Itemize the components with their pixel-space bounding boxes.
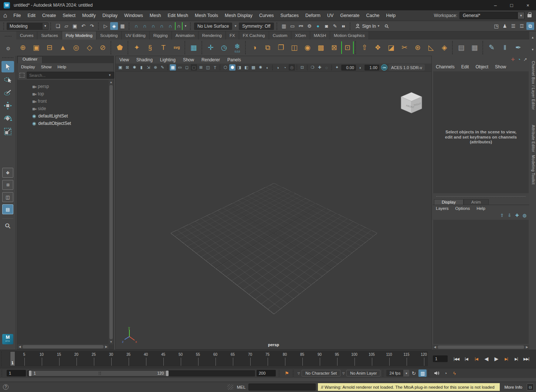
toolbox-grip[interactable]	[2, 57, 13, 58]
scroll-left-arrow[interactable]: ◀	[17, 345, 22, 348]
poly-cylinder-icon[interactable]: ⊟	[43, 40, 56, 55]
triangulate-icon[interactable]: ◺	[425, 40, 437, 55]
open-scene-icon[interactable]: ▱	[62, 22, 70, 30]
menu-item[interactable]: Create	[39, 10, 60, 21]
maya-badge[interactable]: M AYA	[2, 334, 13, 344]
command-line-input[interactable]	[248, 384, 316, 391]
zoom-tool-icon[interactable]: ⚲	[3, 221, 13, 231]
safe-action-icon[interactable]: ◫	[205, 64, 211, 71]
shelf-tab[interactable]: Poly Modeling	[62, 31, 96, 40]
shelf-tab[interactable]: XGen	[291, 31, 310, 40]
layer-editor-menu-item[interactable]: Layers	[432, 206, 452, 211]
crease-tool-icon[interactable]: ✎	[485, 40, 498, 55]
poly-cone-icon[interactable]: ▲	[57, 40, 69, 55]
channel-manip-icon[interactable]: ✛	[511, 57, 515, 62]
shelf-tab[interactable]: Surfaces	[37, 31, 62, 40]
select-hierarchy-icon[interactable]: ▷	[102, 22, 109, 30]
outliner-menu-item[interactable]: Help	[55, 65, 69, 69]
time-editor-icon[interactable]: ◷	[218, 40, 230, 55]
maximize-button[interactable]: □	[503, 0, 520, 10]
ao-icon[interactable]: ◑	[275, 64, 281, 71]
outliner-item[interactable]: front	[17, 98, 113, 105]
wire-on-shaded-icon[interactable]: ◧	[243, 64, 250, 71]
save-scene-icon[interactable]: ▣	[71, 22, 79, 30]
light-editor-icon[interactable]: ✎	[331, 22, 339, 30]
slider-tool-icon[interactable]: ‖	[499, 40, 511, 55]
textured-icon[interactable]: ◨	[236, 64, 242, 71]
poly-disc-icon[interactable]: ⊘	[96, 40, 109, 55]
xray-joints-icon[interactable]: ✚	[316, 64, 323, 71]
snap-curve-icon[interactable]: ∩	[141, 22, 149, 30]
poly-type-icon[interactable]: T	[157, 40, 170, 55]
multi-cut-icon[interactable]: ✂	[398, 40, 411, 55]
safe-title-icon[interactable]: T	[212, 64, 218, 71]
outliner-filter-icon[interactable]	[20, 73, 24, 78]
range-slider-bar[interactable]: 1 120	[29, 371, 169, 376]
step-back-frame-button[interactable]: |◀	[461, 354, 471, 363]
menu-item[interactable]: Deform	[302, 10, 324, 21]
range-end-handle[interactable]	[166, 371, 169, 376]
snap-view-plane-icon[interactable]: ∩	[166, 22, 174, 30]
close-button[interactable]: ×	[520, 0, 536, 10]
select-tool[interactable]	[1, 61, 14, 72]
menu-item[interactable]: Mesh	[146, 10, 164, 21]
humanik-toggle-icon[interactable]: ♟	[501, 22, 509, 30]
minimize-button[interactable]: –	[487, 0, 503, 10]
color-management-toggle[interactable]: ON	[381, 64, 387, 71]
isolate-select-icon[interactable]: ⊡	[299, 64, 305, 71]
scroll-right-arrow[interactable]: ▶	[104, 345, 109, 348]
shelf-scroll-down-icon[interactable]: ▼	[531, 48, 534, 51]
field-chart-icon[interactable]: ⊞	[198, 64, 204, 71]
workspace-select[interactable]: General*	[459, 12, 518, 19]
paint-select-tool[interactable]	[1, 87, 14, 98]
pan-zoom-icon[interactable]: ⊕	[152, 64, 159, 71]
channel-box-menu-item[interactable]: Edit	[458, 64, 472, 69]
menu-item[interactable]: Display	[99, 10, 121, 21]
layer-move-down-icon[interactable]: ⇩	[508, 213, 511, 218]
channel-box-menu-item[interactable]: Channels	[432, 64, 458, 69]
shelf-tab[interactable]: FX Caching	[239, 31, 269, 40]
poly-plane-icon[interactable]: ◇	[83, 40, 96, 55]
mirror-icon[interactable]: ◫	[288, 40, 301, 55]
poly-torus-icon[interactable]: ◎	[70, 40, 82, 55]
snap-projected-center-icon[interactable]: ∩	[158, 22, 166, 30]
layer-move-up-icon[interactable]: ⇧	[500, 213, 504, 218]
checker-material-icon[interactable]: ▩	[250, 64, 257, 71]
viewport-menu-item[interactable]: Show	[179, 57, 198, 62]
help-icon[interactable]: ?	[3, 384, 9, 390]
shelf-tab[interactable]: Rendering	[199, 31, 226, 40]
poly-sphere-icon[interactable]: ⊕	[17, 40, 29, 55]
circularize-icon[interactable]: ⊛	[411, 40, 424, 55]
viewport-menu-item[interactable]: Panels	[224, 57, 245, 62]
lock-icon[interactable]	[527, 14, 532, 17]
quadrangulate-icon[interactable]: ◈	[438, 40, 451, 55]
rotate-tool[interactable]	[1, 113, 14, 124]
tool-settings-toggle-icon[interactable]: ☲	[518, 22, 526, 30]
layer-editor-menu-item[interactable]: Options	[452, 206, 474, 211]
grid-icon[interactable]: ▦	[170, 64, 176, 71]
shelf-grip[interactable]	[5, 36, 11, 37]
platonic-solid-icon[interactable]: ⬟	[113, 40, 126, 55]
menu-item[interactable]: Generate	[337, 10, 363, 21]
outliner-item[interactable]: defaultLightSet	[17, 112, 113, 120]
channel-box-toggle-icon[interactable]: ⧉	[526, 22, 534, 30]
menu-item[interactable]: UV	[324, 10, 337, 21]
gate-mask-icon[interactable]: ▢	[191, 64, 197, 71]
shelf-scroll-up-icon[interactable]: ▲	[531, 36, 534, 39]
menu-item[interactable]: Mesh Tools	[191, 10, 221, 21]
quad-draw-icon[interactable]: ❖	[372, 40, 384, 55]
channel-box-menu-item[interactable]: Show	[492, 64, 509, 69]
scroll-up-arrow[interactable]: ▲	[110, 80, 113, 85]
character-set-select[interactable]: No Character Set	[302, 370, 340, 376]
step-forward-key-button[interactable]: ▶|	[501, 354, 511, 363]
outliner-persp-layout-button[interactable]: ▤	[2, 204, 13, 214]
step-back-key-button[interactable]: |◀	[471, 354, 481, 363]
gamma-icon[interactable]: ◗	[357, 64, 363, 71]
sidebar-tab[interactable]: Attribute Editor	[531, 125, 535, 152]
four-pane-layout-button[interactable]: ⊞	[2, 180, 13, 190]
modeling-toolkit-toggle-icon[interactable]: ◳	[492, 22, 500, 30]
render-settings-icon[interactable]: ⚙	[306, 22, 313, 30]
outliner-menu-item[interactable]: Display	[18, 65, 38, 69]
snap-options-caret[interactable]: ▼	[184, 24, 187, 28]
playback-speed-icon[interactable]: ◔	[441, 369, 450, 377]
